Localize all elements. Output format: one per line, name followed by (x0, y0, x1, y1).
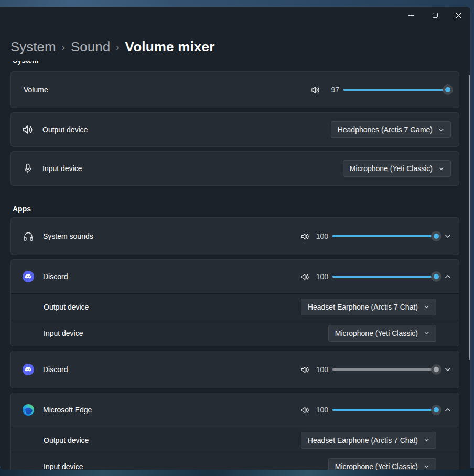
page-title: Volume mixer (125, 38, 215, 56)
volume-control-group: 97 (310, 84, 451, 95)
breadcrumb-item-sound[interactable]: Sound (71, 38, 110, 56)
select-value: Microphone (Yeti Classic) (335, 462, 418, 470)
app-row: System sounds 100 (11, 218, 459, 255)
slider-thumb[interactable] (431, 231, 441, 241)
mute-toggle-button[interactable] (300, 406, 310, 415)
input-device-sub-row: Input device Microphone (Yeti Classic) (11, 453, 459, 470)
slider-track[interactable] (343, 89, 451, 91)
input-device-select[interactable]: Microphone (Yeti Classic) (343, 160, 451, 177)
input-device-label: Input device (44, 329, 328, 337)
slider-thumb[interactable] (431, 271, 441, 282)
app-row: Discord 100 (11, 260, 459, 293)
speaker-icon (300, 232, 310, 241)
maximize-button[interactable] (423, 7, 447, 24)
app-card-discord-expanded: Discord 100 (10, 259, 459, 346)
select-value: Headset Earphone (Arctis 7 Chat) (308, 436, 418, 445)
volume-value: 100 (315, 406, 328, 414)
mute-toggle-button[interactable] (300, 272, 310, 281)
minimize-button[interactable] (400, 7, 423, 24)
chevron-down-icon (438, 166, 444, 172)
slider-thumb[interactable] (443, 84, 453, 95)
expand-button[interactable] (444, 232, 451, 240)
output-device-label: Output device (44, 303, 301, 311)
scrollbar[interactable] (469, 75, 470, 360)
close-icon (455, 12, 462, 19)
close-button[interactable] (447, 7, 470, 24)
chevron-down-icon (444, 232, 451, 240)
select-value: Headset Earphone (Arctis 7 Chat) (308, 303, 418, 311)
apps-section-heading: Apps (10, 205, 459, 213)
slider-track[interactable] (332, 276, 436, 278)
caption-buttons (400, 7, 470, 24)
output-device-select[interactable]: Headphones (Arctis 7 Game) (331, 121, 451, 138)
mute-toggle-button[interactable] (300, 365, 310, 374)
mute-toggle-button[interactable] (300, 232, 310, 241)
volume-value: 97 (326, 86, 339, 94)
system-section-heading: System (10, 61, 459, 66)
mute-toggle-button[interactable] (310, 85, 321, 95)
slider-thumb[interactable] (431, 405, 441, 415)
volume-label: Volume (21, 86, 310, 94)
slider-fill (343, 89, 448, 91)
expand-button[interactable] (444, 366, 451, 373)
chevron-up-icon (444, 406, 451, 414)
app-row: Microsoft Edge 100 (11, 393, 459, 427)
app-volume-slider[interactable] (332, 271, 436, 282)
titlebar (0, 7, 470, 30)
breadcrumb-separator-icon: › (116, 38, 119, 56)
speaker-icon (300, 272, 310, 281)
volume-value: 100 (315, 232, 328, 240)
volume-slider[interactable] (343, 84, 451, 95)
app-card-discord-collapsed: Discord 100 (10, 351, 459, 388)
output-device-select[interactable]: Headset Earphone (Arctis 7 Chat) (301, 299, 436, 315)
input-device-label: Input device (42, 164, 343, 173)
collapse-button[interactable] (444, 406, 451, 414)
app-name: System sounds (43, 232, 300, 240)
slider-track[interactable] (332, 368, 436, 371)
volume-card: Volume 97 (10, 71, 459, 108)
app-volume-slider[interactable] (332, 231, 436, 241)
chevron-down-icon (424, 330, 429, 336)
speaker-icon (310, 85, 321, 95)
discord-icon (23, 271, 34, 282)
output-device-label: Output device (42, 125, 331, 134)
volume-value: 100 (315, 365, 328, 374)
chevron-up-icon (444, 273, 451, 280)
breadcrumb: System › Sound › Volume mixer (10, 38, 460, 57)
microphone-icon (21, 163, 34, 174)
input-device-select[interactable]: Microphone (Yeti Classic) (328, 458, 436, 470)
chevron-down-icon (444, 366, 451, 373)
slider-thumb[interactable] (431, 364, 441, 375)
app-volume-slider[interactable] (332, 364, 436, 375)
app-card-microsoft-edge: Microsoft Edge 100 (10, 393, 459, 470)
breadcrumb-item-system[interactable]: System (10, 38, 56, 56)
chevron-down-icon (424, 304, 429, 310)
breadcrumb-separator-icon: › (62, 38, 65, 56)
volume-value: 100 (315, 272, 328, 281)
headphones-icon (23, 230, 34, 242)
chevron-down-icon (438, 127, 444, 133)
app-name: Discord (43, 272, 300, 281)
speaker-icon (300, 365, 310, 374)
input-device-select[interactable]: Microphone (Yeti Classic) (328, 325, 436, 342)
app-name: Discord (43, 365, 300, 374)
discord-icon (23, 364, 34, 375)
app-card-system-sounds: System sounds 100 (10, 217, 459, 255)
scroll-content: System Volume 97 (0, 61, 470, 470)
app-row: Discord 100 (11, 351, 459, 388)
collapse-button[interactable] (444, 273, 451, 280)
edge-icon (23, 404, 34, 416)
select-value: Headphones (Arctis 7 Game) (338, 125, 433, 134)
output-device-card: Output device Headphones (Arctis 7 Game) (10, 112, 459, 147)
select-value: Microphone (Yeti Classic) (350, 164, 433, 173)
slider-track[interactable] (332, 235, 436, 237)
slider-track[interactable] (332, 409, 436, 411)
output-device-select[interactable]: Headset Earphone (Arctis 7 Chat) (301, 432, 436, 449)
input-device-label: Input device (44, 462, 328, 470)
input-device-sub-row: Input device Microphone (Yeti Classic) (11, 320, 459, 346)
app-volume-slider[interactable] (332, 405, 436, 415)
input-device-card: Input device Microphone (Yeti Classic) (10, 151, 459, 186)
select-value: Microphone (Yeti Classic) (335, 329, 418, 337)
output-device-sub-row: Output device Headset Earphone (Arctis 7… (11, 427, 459, 453)
speaker-icon (21, 124, 34, 135)
